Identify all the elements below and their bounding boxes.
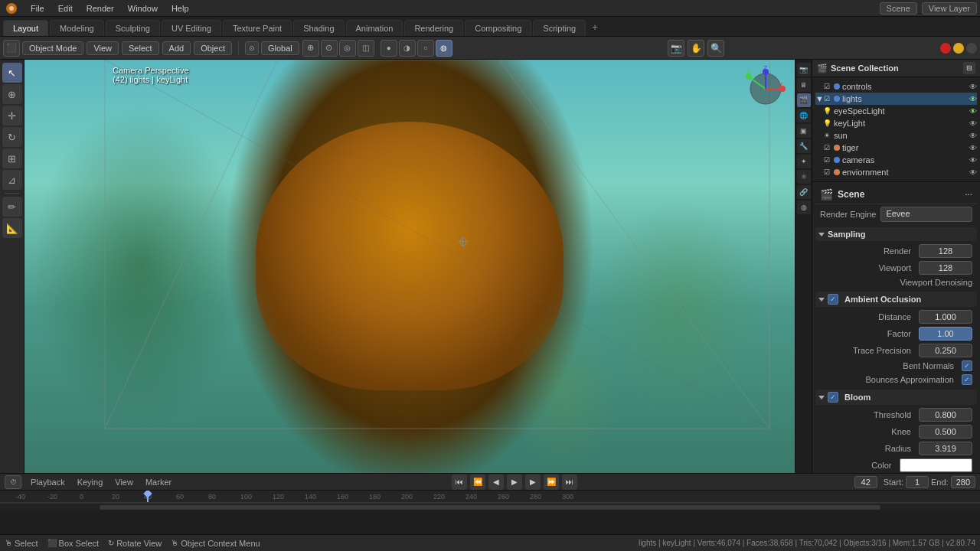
- next-keyframe-btn[interactable]: ⏩: [544, 474, 559, 490]
- tab-texture-paint[interactable]: Texture Paint: [223, 20, 292, 36]
- view-btn[interactable]: View: [87, 41, 119, 55]
- viewport[interactable]: Camera Perspective (42) lights | keyLigh…: [24, 60, 795, 473]
- jump-start-btn[interactable]: ⏮: [452, 474, 467, 490]
- bloom-checkbox[interactable]: ✓: [828, 392, 838, 403]
- bloom-color-swatch[interactable]: [900, 458, 973, 472]
- tool-move[interactable]: ✛: [2, 106, 22, 126]
- timeline-marker[interactable]: Marker: [142, 478, 175, 487]
- timeline-track[interactable]: -40 -20 0 20 40 60 80 100 120 140 160 18…: [0, 491, 980, 534]
- tool-transform[interactable]: ⊿: [2, 170, 22, 190]
- step-back-btn[interactable]: ◀: [488, 474, 504, 490]
- scrollbar-thumb[interactable]: [100, 505, 881, 510]
- ao-checkbox[interactable]: ✓: [828, 294, 838, 305]
- rendered-btn[interactable]: ◍: [436, 40, 452, 57]
- sc-check-lights[interactable]: ☑: [822, 93, 832, 104]
- overlay-icon[interactable]: ◎: [339, 40, 356, 57]
- step-fwd-btn[interactable]: ▶: [525, 474, 541, 490]
- solid-shading-btn[interactable]: ●: [381, 40, 397, 57]
- bloom-radius-value[interactable]: 3.919: [919, 442, 972, 455]
- tool-select[interactable]: ↖: [2, 63, 22, 83]
- tool-cursor[interactable]: ⊕: [2, 84, 22, 104]
- ao-header[interactable]: ✓ Ambient Occlusion: [815, 292, 977, 307]
- sc-check-cameras[interactable]: ☑: [822, 155, 832, 165]
- render-value[interactable]: 128: [919, 244, 972, 258]
- add-btn[interactable]: Add: [162, 41, 191, 55]
- menu-file[interactable]: File: [24, 2, 51, 15]
- eye-keylight[interactable]: 👁: [969, 119, 977, 128]
- ao-bounces-checkbox[interactable]: ✓: [962, 374, 972, 385]
- rendered-shading-btn[interactable]: ○: [417, 40, 434, 57]
- menu-window[interactable]: Window: [122, 2, 164, 15]
- end-value[interactable]: 280: [951, 476, 975, 488]
- particle-icon[interactable]: ✦: [797, 155, 811, 168]
- bloom-threshold-value[interactable]: 0.800: [919, 408, 972, 422]
- ao-bent-checkbox[interactable]: ✓: [962, 360, 972, 371]
- timeline-view[interactable]: View: [112, 478, 136, 487]
- tab-layout[interactable]: Layout: [3, 20, 48, 36]
- eye-lights[interactable]: 👁: [969, 95, 977, 103]
- eye-enviornment[interactable]: 👁: [969, 168, 977, 177]
- eye-controls[interactable]: 👁: [969, 83, 977, 91]
- sc-item-eyespeclight[interactable]: 💡 eyeSpecLight 👁: [822, 105, 977, 117]
- add-workspace-btn[interactable]: +: [587, 18, 603, 36]
- start-value[interactable]: 1: [906, 476, 929, 488]
- menu-help[interactable]: Help: [165, 2, 195, 15]
- world-icon[interactable]: 🌐: [797, 109, 811, 122]
- ao-trace-value[interactable]: 0.250: [919, 344, 972, 357]
- tab-compositing[interactable]: Compositing: [465, 20, 531, 36]
- sc-item-cameras[interactable]: ☑ cameras 👁: [815, 154, 977, 166]
- object-btn[interactable]: Object: [194, 41, 232, 55]
- sc-check-controls[interactable]: ☑: [822, 81, 832, 92]
- xray-icon[interactable]: ◫: [358, 40, 374, 57]
- ao-factor-value[interactable]: 1.00: [919, 327, 972, 341]
- sc-item-controls[interactable]: ☑ controls 👁: [815, 80, 977, 93]
- tab-shading[interactable]: Shading: [293, 20, 344, 36]
- tab-scripting[interactable]: Scripting: [533, 20, 586, 36]
- bloom-header[interactable]: ✓ Bloom: [815, 390, 977, 405]
- menu-render[interactable]: Render: [80, 2, 120, 15]
- eye-cameras[interactable]: 👁: [969, 156, 977, 165]
- object-mode-dropdown[interactable]: Object Mode: [22, 41, 83, 55]
- ao-distance-value[interactable]: 1.000: [919, 310, 972, 324]
- timeline-clock-icon[interactable]: ⏱: [5, 475, 21, 489]
- select-btn[interactable]: Select: [122, 41, 159, 55]
- bloom-knee-value[interactable]: 0.500: [919, 425, 972, 439]
- material-icon[interactable]: ◍: [797, 201, 811, 214]
- transform-icon[interactable]: ⊙: [245, 41, 259, 55]
- tool-rotate[interactable]: ↻: [2, 127, 22, 147]
- menu-edit[interactable]: Edit: [52, 2, 79, 15]
- filter-icon[interactable]: ⊟: [963, 62, 975, 74]
- current-frame-display[interactable]: 42: [854, 476, 877, 488]
- eye-eyespeclight[interactable]: 👁: [969, 107, 977, 116]
- sc-expand-lights[interactable]: ▼: [815, 94, 822, 103]
- scene-dropdown[interactable]: Scene: [880, 2, 917, 15]
- tab-sculpting[interactable]: Sculpting: [106, 20, 160, 36]
- timeline-playback[interactable]: Playback: [28, 478, 68, 487]
- tool-scale[interactable]: ⊞: [2, 148, 22, 168]
- jump-end-btn[interactable]: ⏭: [562, 474, 577, 490]
- object-icon-btn[interactable]: ▣: [797, 124, 811, 138]
- sc-item-tiger[interactable]: ☑ tiger 👁: [815, 142, 977, 154]
- camera-btn[interactable]: 📷: [668, 40, 684, 57]
- sc-item-enviornment[interactable]: ☑ enviornment 👁: [815, 166, 977, 178]
- snap-icon[interactable]: ⊕: [302, 40, 319, 57]
- tab-modeling[interactable]: Modeling: [50, 20, 104, 36]
- sc-item-lights[interactable]: ▼ ☑ lights 👁: [815, 93, 977, 105]
- render-engine-select[interactable]: Eevee: [880, 207, 972, 222]
- tab-uv-editing[interactable]: UV Editing: [162, 20, 221, 36]
- tool-measure[interactable]: 📐: [2, 218, 22, 238]
- sc-item-sun[interactable]: ☀ sun 👁: [822, 129, 977, 142]
- sc-item-keylight[interactable]: 💡 keyLight 👁: [822, 117, 977, 129]
- viewport-gizmo[interactable]: X Y Z: [743, 66, 789, 112]
- constraint-icon[interactable]: 🔗: [797, 185, 811, 199]
- physics-icon[interactable]: ⚛: [797, 170, 811, 184]
- timeline-keying[interactable]: Keying: [74, 478, 106, 487]
- prev-keyframe-btn[interactable]: ⏪: [470, 474, 485, 490]
- zoom-btn[interactable]: 🔍: [707, 40, 724, 57]
- scene-icon-btn[interactable]: 🎬: [797, 93, 811, 107]
- eye-sun[interactable]: 👁: [969, 132, 977, 140]
- view-layer-dropdown[interactable]: View Layer: [922, 2, 977, 15]
- modifier-icon[interactable]: 🔧: [797, 139, 811, 153]
- render-icon[interactable]: 📷: [797, 63, 811, 77]
- hand-btn[interactable]: ✋: [688, 40, 704, 57]
